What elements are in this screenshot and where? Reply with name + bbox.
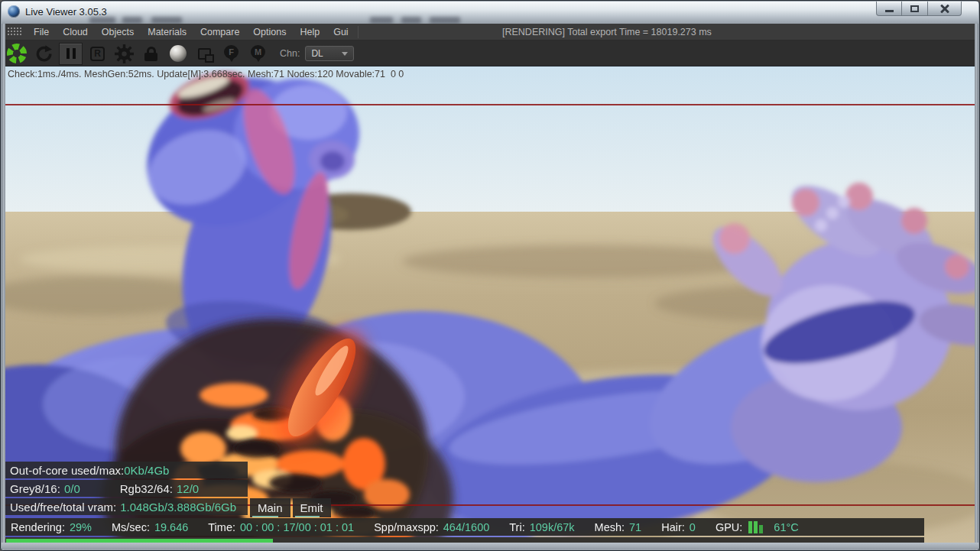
app-icon xyxy=(8,5,20,18)
ghost-blur xyxy=(370,17,393,24)
minimize-icon xyxy=(885,10,894,12)
window-title: Live Viewer 3.05.3 xyxy=(25,6,107,18)
grey-rgb-row: Grey8/16: 0/0 Rgb32/64: 12/0 xyxy=(5,480,248,497)
channel-value: DL xyxy=(311,48,323,59)
tab-main[interactable]: Main xyxy=(250,498,290,517)
live-viewer-window: Live Viewer 3.05.3 File Cloud Objects Ma… xyxy=(0,0,980,551)
settings-button[interactable] xyxy=(112,43,136,65)
grey-value: 0/0 xyxy=(64,482,80,495)
send-scene-button[interactable] xyxy=(5,43,29,65)
window-border-bottom xyxy=(2,543,978,549)
rgb-label: Rgb32/64: xyxy=(120,482,173,495)
grip-handle-icon[interactable] xyxy=(7,27,21,37)
ghost-blur xyxy=(122,17,142,24)
status-bar: Rendering:29% Ms/sec:19.646 Time:00 : 00… xyxy=(5,518,924,536)
ghost-blur xyxy=(89,17,115,24)
title-bar[interactable]: Live Viewer 3.05.3 xyxy=(2,2,978,24)
gpu-usage-meter-icon xyxy=(748,521,763,533)
material-ball-icon xyxy=(170,45,187,62)
time-status: Time:00 : 00 : 17/00 : 01 : 01 xyxy=(208,521,354,533)
pass-tabs: Main Emit xyxy=(250,498,331,517)
rgb-value: 12/0 xyxy=(177,482,199,495)
refresh-icon xyxy=(34,44,54,63)
ghost-blur xyxy=(401,17,421,24)
menu-bar: File Cloud Objects Materials Compare Opt… xyxy=(2,24,978,41)
pause-icon xyxy=(67,48,76,59)
minimize-button[interactable] xyxy=(876,2,902,16)
ghost-blur xyxy=(151,17,182,24)
spp-status: Spp/maxspp:464/1600 xyxy=(374,521,489,533)
mssec-status: Ms/sec:19.646 xyxy=(112,521,188,533)
vram-row: Used/free/total vram: 1.048Gb/3.888Gb/6G… xyxy=(5,498,248,515)
scene-check-status: Check:1ms./4ms. MeshGen:52ms. Update[M]:… xyxy=(8,69,404,79)
toolbar: R xyxy=(2,41,978,66)
window-controls xyxy=(876,2,962,16)
window-border-left xyxy=(2,24,5,550)
region-icon xyxy=(198,48,211,60)
reset-render-button[interactable]: R xyxy=(86,43,109,65)
menu-separator xyxy=(358,26,359,38)
out-of-core-row: Out-of-core used/max: 0Kb/4Gb xyxy=(5,462,248,478)
chevron-down-icon xyxy=(342,52,348,59)
gear-icon xyxy=(114,44,135,64)
window-border-right xyxy=(975,24,978,550)
octane-logo-icon xyxy=(5,43,29,65)
grey-label: Grey8/16: xyxy=(10,482,60,495)
close-icon xyxy=(940,4,949,13)
lock-resolution-button[interactable] xyxy=(139,43,163,65)
material-preview-button[interactable] xyxy=(166,43,190,65)
film-border-top xyxy=(5,104,977,105)
focus-pin-icon: F xyxy=(224,45,239,59)
lock-icon xyxy=(144,47,157,61)
channel-label: Chn: xyxy=(280,48,300,59)
out-of-core-value: 0Kb/4Gb xyxy=(124,464,169,477)
menu-help[interactable]: Help xyxy=(293,27,326,37)
vram-label: Used/free/total vram: xyxy=(10,501,116,514)
close-button[interactable] xyxy=(928,2,962,16)
menu-materials[interactable]: Materials xyxy=(141,27,193,37)
reset-r-icon: R xyxy=(90,47,105,61)
tri-status: Tri:109k/67k xyxy=(509,521,574,533)
material-picker-button[interactable]: M xyxy=(246,43,270,65)
menu-gui[interactable]: Gui xyxy=(326,27,355,37)
menu-compare[interactable]: Compare xyxy=(193,27,246,37)
material-pin-icon: M xyxy=(251,45,265,59)
out-of-core-label: Out-of-core used/max: xyxy=(10,464,124,477)
menu-file[interactable]: File xyxy=(27,27,56,37)
channel-control: Chn: DL xyxy=(280,46,354,61)
channel-dropdown[interactable]: DL xyxy=(305,46,354,61)
menu-options[interactable]: Options xyxy=(246,27,293,37)
gpu-temperature: 61°C xyxy=(774,521,798,533)
focus-picker-button[interactable]: F xyxy=(219,43,243,65)
maximize-icon xyxy=(910,5,919,12)
render-status-text: [RENDERING] Total export Time = 18019.27… xyxy=(502,27,712,37)
rendering-status: Rendering:29% xyxy=(11,521,92,533)
mesh-status: Mesh:71 xyxy=(595,521,642,533)
menu-cloud[interactable]: Cloud xyxy=(56,27,95,37)
vram-value: 1.048Gb/3.888Gb/6Gb xyxy=(120,501,236,514)
render-viewport[interactable]: Check:1ms./4ms. MeshGen:52ms. Update[M]:… xyxy=(5,66,977,545)
pause-render-button[interactable] xyxy=(59,43,83,65)
maximize-button[interactable] xyxy=(902,2,928,16)
render-region-button[interactable] xyxy=(193,43,216,65)
gpu-status: GPU: 61°C xyxy=(716,521,799,533)
hair-status: Hair:0 xyxy=(661,521,696,533)
restart-render-button[interactable] xyxy=(32,43,56,65)
ghost-blur xyxy=(430,17,460,24)
tab-emit[interactable]: Emit xyxy=(293,498,331,517)
vram-stats-overlay: Out-of-core used/max: 0Kb/4Gb Grey8/16: … xyxy=(5,462,248,517)
menu-objects[interactable]: Objects xyxy=(95,27,141,37)
